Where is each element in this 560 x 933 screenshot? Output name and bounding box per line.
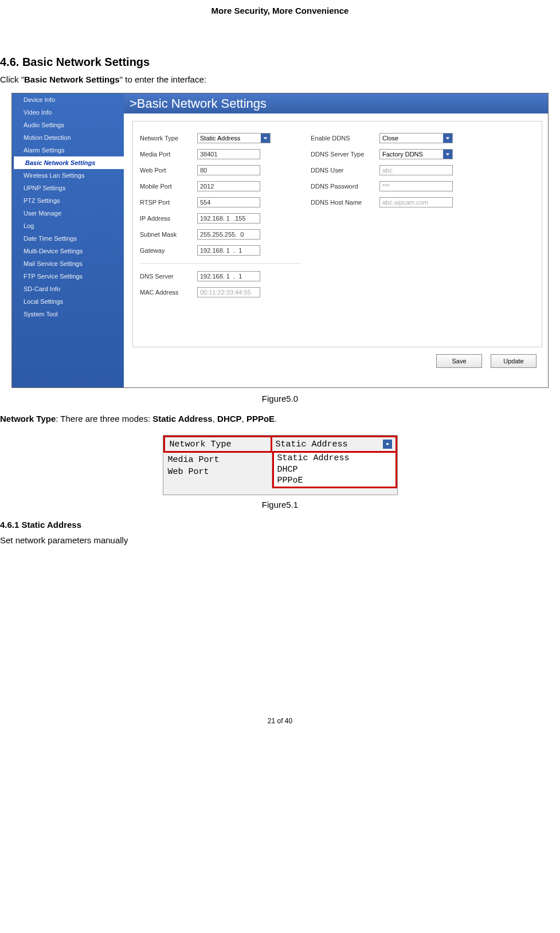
f2-dropdown-options[interactable]: Static Address DHCP PPPoE bbox=[272, 453, 397, 488]
chevron-down-icon[interactable] bbox=[443, 150, 452, 159]
media-port-input[interactable] bbox=[197, 149, 260, 159]
sidebar-item[interactable]: UPNP Settings bbox=[12, 182, 124, 194]
titlebar-prefix: > bbox=[130, 96, 137, 111]
ddns-password-label: DDNS Password bbox=[311, 183, 379, 190]
nt-mid: : There are three modes: bbox=[56, 414, 152, 424]
nt-prefix: Network Type bbox=[0, 414, 56, 424]
sidebar-item[interactable]: System Tool bbox=[12, 308, 124, 320]
f2-media-port-label: Media Port bbox=[168, 454, 267, 466]
chevron-down-icon[interactable] bbox=[261, 134, 270, 143]
subsection-title: 4.6.1 Static Address bbox=[0, 520, 560, 530]
media-port-label: Media Port bbox=[140, 151, 197, 158]
network-type-dropdown[interactable]: Static Address bbox=[197, 133, 271, 143]
sidebar: Device InfoVideo InfoAudio SettingsMotio… bbox=[12, 93, 124, 387]
svg-marker-1 bbox=[446, 137, 449, 139]
dns-server-input[interactable] bbox=[197, 271, 260, 281]
svg-marker-2 bbox=[446, 153, 449, 155]
titlebar: >Basic Network Settings bbox=[124, 93, 548, 113]
rtsp-port-label: RTSP Port bbox=[140, 199, 197, 206]
dns-server-label: DNS Server bbox=[140, 273, 197, 280]
enable-ddns-dropdown[interactable]: Close bbox=[379, 133, 453, 143]
figure-5-1: Network Type Static Address Media Port W… bbox=[163, 435, 398, 495]
nt-m2: DHCP bbox=[217, 414, 242, 424]
subsection-text: Set network parameters manually bbox=[0, 535, 560, 545]
nt-m1: Static Address bbox=[152, 414, 212, 424]
save-button[interactable]: Save bbox=[436, 354, 482, 368]
ip-address-label: IP Address bbox=[140, 215, 197, 222]
gateway-label: Gateway bbox=[140, 247, 197, 254]
ddns-server-type-dropdown[interactable]: Factory DDNS bbox=[379, 149, 453, 159]
ddns-user-label: DDNS User bbox=[311, 167, 379, 174]
sidebar-item[interactable]: Alarm Settings bbox=[12, 144, 124, 156]
f2-network-type-dropdown[interactable]: Static Address bbox=[272, 436, 397, 453]
chevron-down-icon[interactable] bbox=[383, 440, 392, 449]
body-text-network-type: Network Type: There are three modes: Sta… bbox=[0, 414, 560, 424]
sidebar-item[interactable]: Wireless Lan Settings bbox=[12, 169, 124, 182]
mobile-port-label: Mobile Port bbox=[140, 183, 197, 190]
intro-bold: Basic Network Settings bbox=[24, 75, 120, 84]
web-port-input[interactable] bbox=[197, 165, 260, 175]
f2-option-0[interactable]: Static Address bbox=[277, 453, 392, 464]
ddns-host-name-input bbox=[379, 197, 453, 207]
ddns-password-input bbox=[379, 181, 453, 191]
enable-ddns-value: Close bbox=[380, 135, 443, 142]
page-footer: 21 of 40 bbox=[0, 717, 560, 731]
sidebar-item[interactable]: Local Settings bbox=[12, 295, 124, 308]
figure-caption-2: Figure5.1 bbox=[0, 500, 560, 509]
intro-suffix: " to enter the interface: bbox=[120, 75, 206, 84]
ddns-server-type-label: DDNS Server Type bbox=[311, 151, 379, 158]
section-title: 4.6. Basic Network Settings bbox=[0, 56, 560, 69]
sidebar-item[interactable]: Video Info bbox=[12, 106, 124, 119]
divider bbox=[140, 263, 300, 264]
page-header: More Security, More Convenience bbox=[0, 0, 560, 38]
intro-line: Click "Basic Network Settings" to enter … bbox=[0, 75, 560, 84]
sidebar-item[interactable]: PTZ Settings bbox=[12, 194, 124, 207]
sidebar-item[interactable]: Log bbox=[12, 219, 124, 232]
sidebar-item[interactable]: User Manage bbox=[12, 207, 124, 219]
sidebar-item[interactable]: Motion Detection bbox=[12, 131, 124, 144]
f2-network-type-label: Network Type bbox=[163, 436, 272, 453]
sidebar-item[interactable]: Mail Service Settings bbox=[12, 257, 124, 270]
mac-address-input bbox=[197, 287, 260, 297]
f2-network-type-value: Static Address bbox=[276, 440, 348, 449]
sidebar-item[interactable]: Basic Network Settings bbox=[12, 156, 124, 169]
nt-m3: PPPoE bbox=[246, 414, 275, 424]
subnet-mask-input[interactable] bbox=[197, 229, 260, 240]
web-port-label: Web Port bbox=[140, 167, 197, 174]
figure-caption-1: Figure5.0 bbox=[0, 394, 560, 403]
gateway-input[interactable] bbox=[197, 245, 260, 256]
f2-option-2[interactable]: PPPoE bbox=[277, 475, 392, 487]
rtsp-port-input[interactable] bbox=[197, 197, 260, 207]
main-panel: Network Type Static Address Media Port W… bbox=[132, 121, 542, 347]
network-type-label: Network Type bbox=[140, 135, 197, 142]
mobile-port-input[interactable] bbox=[197, 181, 260, 191]
sidebar-item[interactable]: Audio Settings bbox=[12, 119, 124, 131]
svg-marker-0 bbox=[264, 137, 267, 139]
f2-web-port-label: Web Port bbox=[168, 466, 267, 478]
svg-marker-3 bbox=[385, 443, 389, 445]
mac-address-label: MAC Address bbox=[140, 289, 197, 296]
nt-c2: , bbox=[242, 414, 246, 424]
nt-suffix: . bbox=[275, 414, 277, 424]
ddns-host-name-label: DDNS Host Name bbox=[311, 199, 379, 206]
sidebar-item[interactable]: FTP Service Settings bbox=[12, 270, 124, 283]
subnet-mask-label: Subnet Mask bbox=[140, 231, 197, 238]
ddns-server-type-value: Factory DDNS bbox=[380, 151, 443, 158]
f2-option-1[interactable]: DHCP bbox=[277, 464, 392, 476]
enable-ddns-label: Enable DDNS bbox=[311, 135, 379, 142]
network-type-value: Static Address bbox=[198, 135, 261, 142]
chevron-down-icon[interactable] bbox=[443, 134, 452, 143]
intro-prefix: Click " bbox=[0, 75, 24, 84]
ip-address-input[interactable] bbox=[197, 213, 260, 224]
sidebar-item[interactable]: Device Info bbox=[12, 93, 124, 106]
figure-5-0: Device InfoVideo InfoAudio SettingsMotio… bbox=[11, 93, 549, 388]
update-button[interactable]: Update bbox=[491, 354, 536, 368]
ddns-user-input bbox=[379, 165, 453, 175]
sidebar-item[interactable]: Multi-Device Settings bbox=[12, 245, 124, 257]
titlebar-text: Basic Network Settings bbox=[137, 96, 267, 111]
nt-c1: , bbox=[213, 414, 217, 424]
sidebar-item[interactable]: SD-Card Info bbox=[12, 283, 124, 295]
sidebar-item[interactable]: Date Time Settings bbox=[12, 232, 124, 245]
